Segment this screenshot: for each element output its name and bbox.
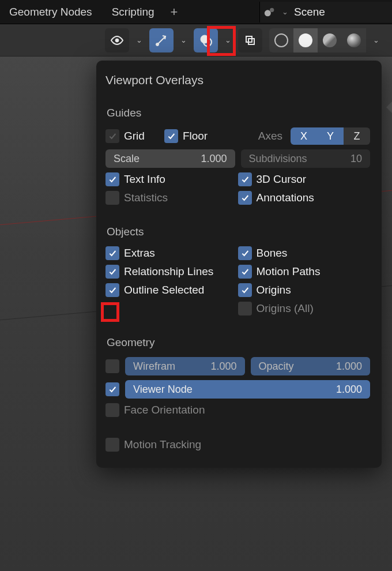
checkbox-statistics[interactable] [105,191,119,205]
label-motion-paths: Motion Paths [257,265,321,278]
label-statistics: Statistics [124,191,168,204]
overlays-button[interactable] [194,28,218,52]
shading-rendered[interactable] [342,28,366,52]
checkbox-face-orientation[interactable] [105,403,119,417]
scene-name: Scene [294,6,325,18]
viewer-node-field[interactable]: Viewer Node1.000 [125,380,370,399]
label-outline-selected: Outline Selected [124,284,204,296]
label-motion-tracking: Motion Tracking [124,438,201,451]
checkbox-wireframe[interactable] [105,359,119,373]
section-guides: Guides [107,107,370,119]
label-3dcursor: 3D Cursor [257,173,307,186]
viewport-header: ⌄ ⌄ ⌄ ⌄ [0,24,392,57]
tab-scripting[interactable]: Scripting [108,1,158,23]
shading-solid[interactable] [293,28,318,52]
add-workspace-button[interactable]: + [171,5,178,20]
checkbox-viewer-node[interactable] [105,382,119,396]
shading-material[interactable] [318,28,342,52]
section-geometry: Geometry [107,336,370,349]
label-textinfo: Text Info [124,173,165,186]
shading-mode-group [269,28,366,52]
checkbox-origins[interactable] [238,283,252,297]
xray-button[interactable] [238,28,262,52]
svg-point-0 [265,10,271,16]
checkbox-extras[interactable] [105,246,119,260]
shading-wireframe[interactable] [269,28,293,52]
label-face-orientation: Face Orientation [124,404,205,416]
chevron-down-icon: ⌄ [282,7,288,16]
label-extras: Extras [124,247,155,260]
checkbox-grid[interactable] [105,129,119,143]
subdiv-field[interactable]: Subdivisions10 [241,149,371,168]
wireframe-field[interactable]: Wirefram1.000 [125,357,245,375]
label-relationship-lines: Relationship Lines [124,265,213,278]
workspace-tabbar: Geometry Nodes Scripting + ⌄ Scene [0,0,392,24]
checkbox-motion-tracking[interactable] [105,438,119,452]
scene-icon [263,6,276,18]
checkbox-motion-paths[interactable] [238,265,252,279]
label-floor: Floor [183,130,208,142]
label-grid: Grid [124,130,145,142]
label-bones: Bones [257,247,288,260]
label-annotations: Annotations [257,191,314,204]
checkbox-origins-all[interactable] [238,302,252,315]
checkbox-3dcursor[interactable] [238,172,252,186]
opacity-field[interactable]: Opacity1.000 [251,357,371,375]
scene-selector[interactable]: ⌄ Scene [259,2,392,22]
checkbox-textinfo[interactable] [105,172,119,186]
chevron-down-icon[interactable]: ⌄ [223,36,233,44]
checkbox-annotations[interactable] [238,191,252,205]
axis-x-button[interactable]: X [291,127,317,145]
axis-z-button[interactable]: Z [344,127,370,145]
axis-y-button[interactable]: Y [317,127,344,145]
sidebar-handle[interactable] [386,102,392,113]
visibility-button[interactable] [105,28,129,52]
label-origins-all: Origins (All) [257,302,314,315]
scale-field[interactable]: Scale1.000 [105,149,235,168]
tab-geometry-nodes[interactable]: Geometry Nodes [6,1,96,23]
viewport-overlays-popover: Viewport Overlays Guides Grid Floor Axes… [96,61,382,468]
checkbox-outline-selected[interactable] [105,283,119,297]
checkbox-relationship-lines[interactable] [105,265,119,279]
checkbox-bones[interactable] [238,246,252,260]
chevron-down-icon[interactable]: ⌄ [178,36,189,44]
checkbox-floor[interactable] [164,129,178,143]
label-axes: Axes [258,130,282,142]
section-objects: Objects [107,226,370,238]
gizmo-button[interactable] [149,28,174,52]
svg-point-1 [270,7,274,12]
popover-title: Viewport Overlays [105,73,370,87]
chevron-down-icon[interactable]: ⌄ [134,36,145,44]
label-origins: Origins [257,284,291,296]
svg-point-3 [156,43,159,46]
chevron-down-icon[interactable]: ⌄ [371,36,382,44]
svg-point-2 [115,39,119,42]
